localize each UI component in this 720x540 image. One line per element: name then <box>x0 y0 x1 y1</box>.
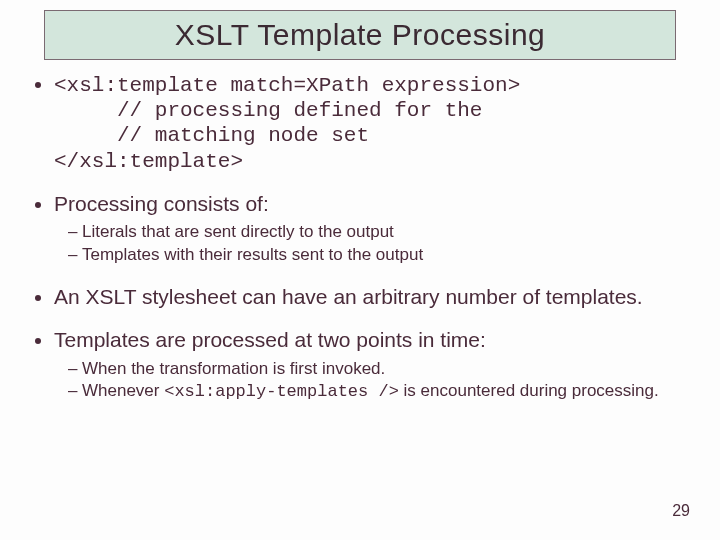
slide-title: XSLT Template Processing <box>175 18 546 52</box>
bullet-text: An XSLT stylesheet can have an arbitrary… <box>54 285 643 308</box>
code-block: <xsl:template match=XPath expression> //… <box>54 73 692 174</box>
bullet-stylesheet: An XSLT stylesheet can have an arbitrary… <box>54 283 692 310</box>
slide: XSLT Template Processing <xsl:template m… <box>0 0 720 540</box>
sub-item: Literals that are sent directly to the o… <box>68 221 692 244</box>
sub-item: Whenever <xsl:apply-templates /> is enco… <box>68 380 692 404</box>
bullet-processing: Processing consists of: Literals that ar… <box>54 190 692 267</box>
sub-list: When the transformation is first invoked… <box>54 358 692 405</box>
inline-code: <xsl:apply-templates /> <box>164 382 399 401</box>
sub-item: Templates with their results sent to the… <box>68 244 692 267</box>
bullet-text: Processing consists of: <box>54 192 269 215</box>
sub-list: Literals that are sent directly to the o… <box>54 221 692 267</box>
sub-item: When the transformation is first invoked… <box>68 358 692 381</box>
bullet-text: Templates are processed at two points in… <box>54 328 486 351</box>
bullet-templates-time: Templates are processed at two points in… <box>54 326 692 404</box>
page-number: 29 <box>672 502 690 520</box>
title-band: XSLT Template Processing <box>44 10 676 60</box>
bullet-code: <xsl:template match=XPath expression> //… <box>54 70 692 174</box>
bullet-list: <xsl:template match=XPath expression> //… <box>28 70 692 404</box>
